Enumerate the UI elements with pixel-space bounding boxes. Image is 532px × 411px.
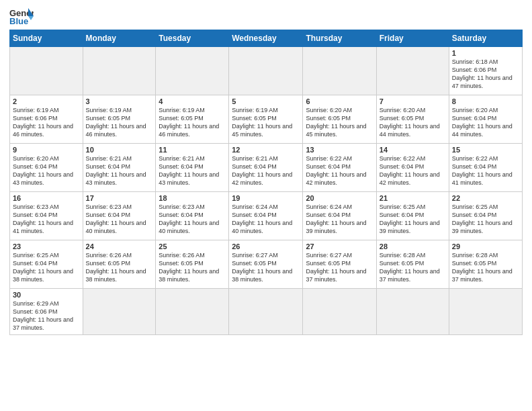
day-info: Sunrise: 6:21 AM Sunset: 6:04 PM Dayligh…	[86, 154, 153, 187]
calendar-cell: 17Sunrise: 6:23 AM Sunset: 6:04 PM Dayli…	[83, 192, 156, 240]
day-number: 18	[159, 194, 226, 202]
calendar-cell: 26Sunrise: 6:27 AM Sunset: 6:05 PM Dayli…	[229, 240, 303, 289]
calendar-cell: 8Sunrise: 6:20 AM Sunset: 6:04 PM Daylig…	[449, 95, 522, 144]
day-info: Sunrise: 6:21 AM Sunset: 6:04 PM Dayligh…	[232, 154, 300, 187]
day-info: Sunrise: 6:18 AM Sunset: 6:06 PM Dayligh…	[452, 58, 519, 91]
day-number: 28	[380, 242, 446, 250]
day-info: Sunrise: 6:25 AM Sunset: 6:04 PM Dayligh…	[452, 203, 519, 236]
day-info: Sunrise: 6:25 AM Sunset: 6:04 PM Dayligh…	[380, 203, 446, 236]
svg-marker-3	[28, 16, 34, 20]
calendar-cell: 5Sunrise: 6:19 AM Sunset: 6:05 PM Daylig…	[229, 95, 303, 144]
day-info: Sunrise: 6:20 AM Sunset: 6:05 PM Dayligh…	[306, 106, 373, 139]
day-number: 4	[159, 97, 226, 105]
day-number: 8	[452, 97, 519, 105]
day-number: 1	[452, 49, 519, 57]
day-info: Sunrise: 6:26 AM Sunset: 6:05 PM Dayligh…	[159, 251, 226, 284]
calendar-cell: 2Sunrise: 6:19 AM Sunset: 6:06 PM Daylig…	[10, 95, 83, 144]
logo: General Blue	[9, 7, 36, 26]
day-info: Sunrise: 6:20 AM Sunset: 6:04 PM Dayligh…	[13, 154, 80, 187]
calendar-cell	[303, 289, 376, 335]
day-info: Sunrise: 6:24 AM Sunset: 6:04 PM Dayligh…	[232, 203, 300, 236]
weekday-header-wednesday: Wednesday	[229, 30, 303, 47]
day-info: Sunrise: 6:19 AM Sunset: 6:05 PM Dayligh…	[232, 106, 300, 139]
weekday-header-monday: Monday	[83, 30, 156, 47]
day-number: 16	[13, 194, 80, 202]
day-number: 12	[232, 146, 300, 154]
day-info: Sunrise: 6:24 AM Sunset: 6:04 PM Dayligh…	[306, 203, 373, 236]
calendar-cell	[83, 47, 156, 95]
day-number: 6	[306, 97, 373, 105]
day-number: 19	[232, 194, 300, 202]
calendar-cell	[376, 47, 449, 95]
day-info: Sunrise: 6:22 AM Sunset: 6:04 PM Dayligh…	[306, 154, 373, 187]
calendar-cell: 24Sunrise: 6:26 AM Sunset: 6:05 PM Dayli…	[83, 240, 156, 289]
day-info: Sunrise: 6:20 AM Sunset: 6:04 PM Dayligh…	[452, 106, 519, 139]
day-info: Sunrise: 6:19 AM Sunset: 6:05 PM Dayligh…	[86, 106, 153, 139]
day-info: Sunrise: 6:21 AM Sunset: 6:04 PM Dayligh…	[159, 154, 226, 187]
calendar-cell	[156, 47, 229, 95]
day-number: 2	[13, 97, 80, 105]
day-number: 13	[306, 146, 373, 154]
calendar-cell: 6Sunrise: 6:20 AM Sunset: 6:05 PM Daylig…	[303, 95, 376, 144]
calendar-cell	[449, 289, 522, 335]
day-number: 22	[452, 194, 519, 202]
day-info: Sunrise: 6:25 AM Sunset: 6:04 PM Dayligh…	[13, 251, 80, 284]
calendar-cell: 27Sunrise: 6:27 AM Sunset: 6:05 PM Dayli…	[303, 240, 376, 289]
calendar-header-row: SundayMondayTuesdayWednesdayThursdayFrid…	[10, 30, 523, 47]
day-info: Sunrise: 6:19 AM Sunset: 6:05 PM Dayligh…	[159, 106, 226, 139]
calendar-cell: 16Sunrise: 6:23 AM Sunset: 6:04 PM Dayli…	[10, 192, 83, 240]
calendar-cell: 7Sunrise: 6:20 AM Sunset: 6:05 PM Daylig…	[376, 95, 449, 144]
day-info: Sunrise: 6:27 AM Sunset: 6:05 PM Dayligh…	[232, 251, 300, 284]
day-number: 20	[306, 194, 373, 202]
day-number: 7	[380, 97, 446, 105]
svg-text:Blue: Blue	[9, 16, 28, 26]
day-number: 14	[380, 146, 446, 154]
day-info: Sunrise: 6:27 AM Sunset: 6:05 PM Dayligh…	[306, 251, 373, 284]
day-info: Sunrise: 6:23 AM Sunset: 6:04 PM Dayligh…	[86, 203, 153, 236]
day-info: Sunrise: 6:23 AM Sunset: 6:04 PM Dayligh…	[159, 203, 226, 236]
day-number: 10	[86, 146, 153, 154]
day-info: Sunrise: 6:26 AM Sunset: 6:05 PM Dayligh…	[86, 251, 153, 284]
day-number: 3	[86, 97, 153, 105]
day-info: Sunrise: 6:22 AM Sunset: 6:04 PM Dayligh…	[380, 154, 446, 187]
calendar-cell	[229, 47, 303, 95]
day-number: 23	[13, 242, 80, 250]
calendar-cell	[10, 47, 83, 95]
day-info: Sunrise: 6:20 AM Sunset: 6:05 PM Dayligh…	[380, 106, 446, 139]
day-info: Sunrise: 6:22 AM Sunset: 6:04 PM Dayligh…	[452, 154, 519, 187]
calendar-cell: 28Sunrise: 6:28 AM Sunset: 6:05 PM Dayli…	[376, 240, 449, 289]
day-info: Sunrise: 6:28 AM Sunset: 6:05 PM Dayligh…	[452, 251, 519, 284]
day-number: 17	[86, 194, 153, 202]
weekday-header-saturday: Saturday	[449, 30, 522, 47]
weekday-header-tuesday: Tuesday	[156, 30, 229, 47]
calendar-cell: 1Sunrise: 6:18 AM Sunset: 6:06 PM Daylig…	[449, 47, 522, 95]
day-info: Sunrise: 6:28 AM Sunset: 6:05 PM Dayligh…	[380, 251, 446, 284]
day-number: 21	[380, 194, 446, 202]
calendar-cell: 29Sunrise: 6:28 AM Sunset: 6:05 PM Dayli…	[449, 240, 522, 289]
logo-icon: General Blue	[9, 7, 34, 26]
day-number: 15	[452, 146, 519, 154]
calendar-cell	[156, 289, 229, 335]
day-number: 9	[13, 146, 80, 154]
day-number: 25	[159, 242, 226, 250]
calendar-cell: 19Sunrise: 6:24 AM Sunset: 6:04 PM Dayli…	[229, 192, 303, 240]
calendar-cell	[376, 289, 449, 335]
calendar-cell: 10Sunrise: 6:21 AM Sunset: 6:04 PM Dayli…	[83, 144, 156, 192]
calendar-table: SundayMondayTuesdayWednesdayThursdayFrid…	[9, 30, 523, 335]
calendar-cell: 18Sunrise: 6:23 AM Sunset: 6:04 PM Dayli…	[156, 192, 229, 240]
day-number: 26	[232, 242, 300, 250]
weekday-header-friday: Friday	[376, 30, 449, 47]
calendar-cell: 14Sunrise: 6:22 AM Sunset: 6:04 PM Dayli…	[376, 144, 449, 192]
page-header: General Blue	[9, 7, 523, 26]
day-number: 11	[159, 146, 226, 154]
calendar-cell: 13Sunrise: 6:22 AM Sunset: 6:04 PM Dayli…	[303, 144, 376, 192]
day-info: Sunrise: 6:23 AM Sunset: 6:04 PM Dayligh…	[13, 203, 80, 236]
calendar-cell: 23Sunrise: 6:25 AM Sunset: 6:04 PM Dayli…	[10, 240, 83, 289]
calendar-cell: 25Sunrise: 6:26 AM Sunset: 6:05 PM Dayli…	[156, 240, 229, 289]
calendar-cell: 30Sunrise: 6:29 AM Sunset: 6:06 PM Dayli…	[10, 289, 83, 335]
day-number: 5	[232, 97, 300, 105]
calendar-cell: 12Sunrise: 6:21 AM Sunset: 6:04 PM Dayli…	[229, 144, 303, 192]
calendar-cell: 3Sunrise: 6:19 AM Sunset: 6:05 PM Daylig…	[83, 95, 156, 144]
day-number: 30	[13, 291, 80, 299]
calendar-cell: 4Sunrise: 6:19 AM Sunset: 6:05 PM Daylig…	[156, 95, 229, 144]
